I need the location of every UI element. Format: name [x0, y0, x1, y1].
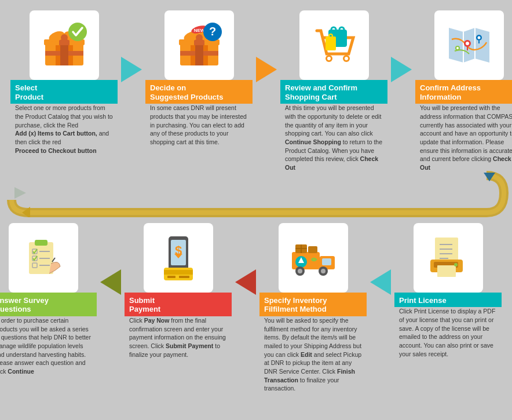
flow-curve-area — [0, 171, 512, 217]
svg-point-42 — [456, 47, 459, 49]
svg-point-8 — [61, 34, 68, 41]
step7-label: SubmitPayment — [125, 293, 232, 316]
svg-point-18 — [196, 34, 203, 41]
arrow1-shape — [121, 57, 142, 82]
step2-icon-box: NEW ? — [164, 10, 234, 80]
svg-point-67 — [321, 269, 326, 273]
svg-rect-76 — [179, 276, 189, 278]
svg-point-39 — [477, 36, 480, 39]
arrow-b1-shape — [370, 269, 391, 295]
step-answer-survey: Answer SurveyQuestions In order to purch… — [0, 223, 97, 381]
step8-desc: In order to purchase certain products yo… — [0, 316, 97, 381]
svg-rect-13 — [195, 43, 203, 65]
step-select-product: SelectProduct Select one or more product… — [10, 10, 118, 159]
step1-desc: Select one or more products from the Pro… — [10, 104, 118, 159]
arrow-b2 — [232, 247, 259, 317]
svg-point-36 — [466, 42, 469, 45]
step6-icon-box — [279, 223, 348, 293]
svg-rect-57 — [322, 258, 331, 265]
main-container: SelectProduct Select one or more product… — [0, 0, 512, 420]
payment-icon: $ — [152, 232, 204, 284]
step4-desc: You will be presented with the address i… — [415, 104, 512, 177]
step5-desc: Click Print License to display a PDF of … — [394, 307, 502, 363]
map-icon — [443, 19, 495, 71]
step6-label: Specify InventoryFilfilment Method — [259, 293, 367, 316]
step-decide-suggested: NEW ? Decide onSuggested Products In som… — [145, 10, 253, 151]
survey-icon — [17, 232, 70, 284]
svg-rect-75 — [167, 276, 175, 278]
step8-icon-box — [9, 223, 78, 293]
shopping-cart-icon — [308, 19, 360, 71]
step5-label: Print License — [394, 293, 502, 308]
step4-icon-box — [434, 10, 504, 80]
arrow-b3 — [97, 247, 125, 317]
arrow3 — [387, 35, 415, 104]
step3-desc: At this time you will be presented with … — [280, 104, 387, 177]
truck-icon — [287, 232, 339, 284]
svg-point-30 — [327, 57, 331, 60]
printer-icon — [422, 232, 474, 284]
svg-point-31 — [345, 57, 348, 60]
svg-rect-78 — [35, 240, 47, 246]
arrow-b2-shape — [235, 269, 256, 295]
gift-check-icon — [38, 19, 90, 71]
step-confirm-address: Confirm AddressInformation You will be p… — [415, 10, 512, 177]
arrow1 — [118, 35, 145, 104]
arrow2-shape — [256, 57, 277, 82]
svg-text:?: ? — [209, 25, 215, 38]
svg-marker-43 — [14, 187, 26, 199]
step-review-cart: Review and ConfirmShopping Cart At this … — [280, 10, 387, 177]
arrow-b1 — [367, 247, 394, 317]
step7-desc: Click Pay Now from the final confirmatio… — [125, 316, 232, 363]
gift-question-icon: NEW ? — [173, 19, 225, 71]
step-print-license: Print License Click Print License to dis… — [394, 223, 502, 363]
step5-icon-box — [414, 223, 483, 293]
svg-rect-74 — [164, 270, 193, 275]
step-specify-inventory: Specify InventoryFilfilment Method You w… — [259, 223, 367, 397]
svg-text:NEW: NEW — [193, 28, 204, 33]
step-submit-payment: $ SubmitPayment Click Pay Now from the f… — [125, 223, 232, 364]
step3-icon-box — [299, 10, 369, 80]
top-row: SelectProduct Select one or more product… — [0, 0, 512, 177]
step6-desc: You will be asked to specify the fulfilm… — [259, 316, 367, 397]
step1-icon-box — [30, 10, 99, 80]
step8-label: Answer SurveyQuestions — [0, 293, 97, 316]
bottom-row: Print License Click Print License to dis… — [0, 217, 512, 397]
step4-label: Confirm AddressInformation — [415, 80, 512, 104]
flow-curve-svg — [0, 171, 512, 217]
svg-rect-26 — [326, 36, 336, 50]
arrow2 — [253, 35, 280, 104]
step2-label: Decide onSuggested Products — [145, 80, 253, 104]
arrow3-shape — [391, 57, 412, 82]
arrow-b3-shape — [100, 269, 121, 295]
svg-rect-3 — [60, 43, 68, 65]
step1-label: SelectProduct — [10, 80, 118, 104]
step7-icon-box: $ — [144, 223, 213, 293]
step2-desc: In some cases DNR will present products … — [145, 104, 253, 151]
step3-label: Review and ConfirmShopping Cart — [280, 80, 387, 104]
svg-rect-59 — [308, 246, 317, 253]
svg-rect-53 — [437, 265, 456, 277]
svg-point-65 — [298, 269, 302, 273]
svg-point-54 — [454, 263, 458, 266]
